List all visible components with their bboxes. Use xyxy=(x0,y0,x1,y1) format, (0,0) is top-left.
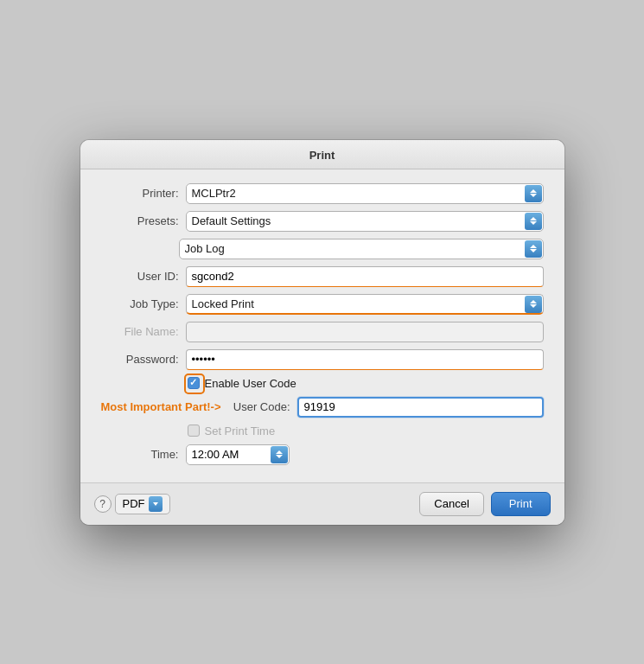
section-select-wrapper[interactable]: Job Log xyxy=(179,239,544,259)
pdf-label: PDF xyxy=(123,497,145,510)
footer-right: Cancel Print xyxy=(419,492,550,516)
section-select[interactable]: Job Log xyxy=(179,239,544,259)
file-name-control xyxy=(186,322,544,342)
printer-control: MCLPtr2 xyxy=(186,183,544,204)
user-code-row: Most Important Part!-> User Code: xyxy=(101,397,544,418)
password-control xyxy=(186,349,544,370)
cancel-button[interactable]: Cancel xyxy=(419,492,483,516)
job-type-label: Job Type: xyxy=(101,297,179,310)
file-name-label: File Name: xyxy=(101,325,179,338)
footer-left: ? PDF xyxy=(94,494,170,514)
presets-select[interactable]: Default Settings xyxy=(186,211,544,232)
file-name-input[interactable] xyxy=(186,322,544,342)
user-code-input[interactable] xyxy=(297,397,544,418)
printer-row: Printer: MCLPtr2 xyxy=(101,183,544,204)
job-type-select[interactable]: Locked Print xyxy=(186,294,544,315)
user-id-input[interactable] xyxy=(186,266,544,287)
print-button[interactable]: Print xyxy=(491,492,551,516)
user-code-control xyxy=(297,397,544,418)
most-important-annotation: Most Important Part!-> xyxy=(101,400,221,413)
time-row: Time: 12:00 AM xyxy=(101,444,544,465)
footer: ? PDF Cancel Print xyxy=(80,482,564,525)
title-bar: Print xyxy=(80,140,564,169)
pdf-button[interactable]: PDF xyxy=(115,494,170,514)
section-row: Job Log xyxy=(179,239,544,259)
job-type-row: Job Type: Locked Print xyxy=(101,294,544,315)
password-input[interactable] xyxy=(186,349,544,370)
password-label: Password: xyxy=(101,353,179,366)
presets-row: Presets: Default Settings xyxy=(101,211,544,232)
help-label: ? xyxy=(99,498,105,510)
presets-select-wrapper[interactable]: Default Settings xyxy=(186,211,544,232)
set-print-time-row: Set Print Time xyxy=(188,425,544,437)
printer-select[interactable]: MCLPtr2 xyxy=(186,183,544,204)
job-type-control: Locked Print xyxy=(186,294,544,315)
printer-label: Printer: xyxy=(101,187,179,200)
enable-user-code-wrapper: Enable User Code xyxy=(188,377,296,390)
printer-select-wrapper[interactable]: MCLPtr2 xyxy=(186,183,544,204)
enable-user-code-label: Enable User Code xyxy=(205,377,296,390)
help-button[interactable]: ? xyxy=(94,495,112,513)
set-print-time-label: Set Print Time xyxy=(205,425,276,437)
dialog-title: Print xyxy=(309,149,335,162)
user-code-label: User Code: xyxy=(225,400,290,413)
time-select[interactable]: 12:00 AM xyxy=(186,444,290,465)
enable-user-code-row: Enable User Code xyxy=(188,377,544,390)
time-control: 12:00 AM xyxy=(186,444,544,465)
dialog-content: Printer: MCLPtr2 Presets: xyxy=(80,169,564,482)
presets-control: Default Settings xyxy=(186,211,544,232)
enable-user-code-checkbox[interactable] xyxy=(188,377,200,389)
pdf-dropdown-arrow-icon xyxy=(149,496,163,512)
set-print-time-checkbox[interactable] xyxy=(188,425,200,437)
file-name-row: File Name: xyxy=(101,322,544,342)
pdf-arrow-inner-icon xyxy=(153,502,158,506)
user-id-control xyxy=(186,266,544,287)
presets-label: Presets: xyxy=(101,214,179,227)
user-id-label: User ID: xyxy=(101,270,179,283)
password-row: Password: xyxy=(101,349,544,370)
time-label: Time: xyxy=(101,448,179,461)
time-select-wrapper[interactable]: 12:00 AM xyxy=(186,444,290,465)
print-dialog: Print Printer: MCLPtr2 Presets: xyxy=(80,140,564,525)
user-id-row: User ID: xyxy=(101,266,544,287)
job-type-select-wrapper[interactable]: Locked Print xyxy=(186,294,544,315)
